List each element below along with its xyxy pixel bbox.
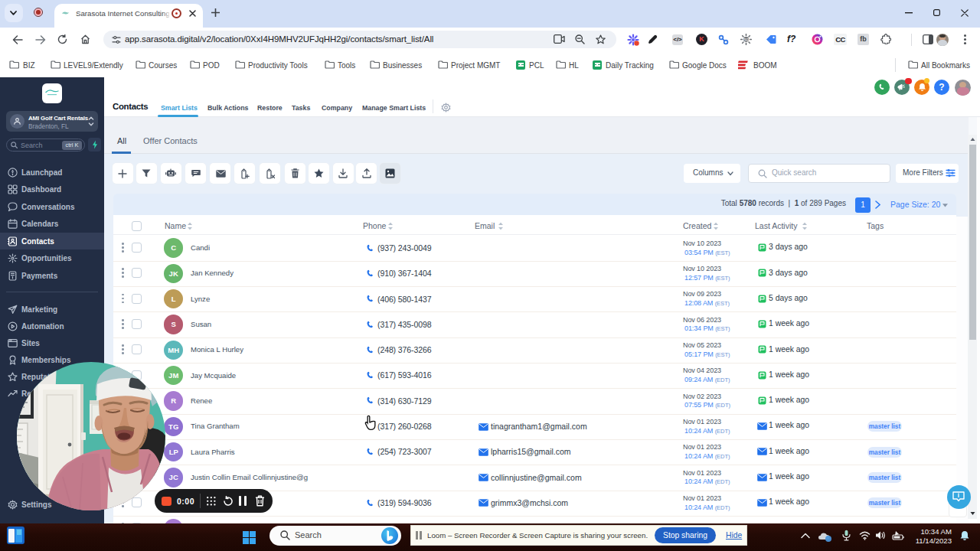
svg-text:50: 50 bbox=[743, 37, 748, 42]
